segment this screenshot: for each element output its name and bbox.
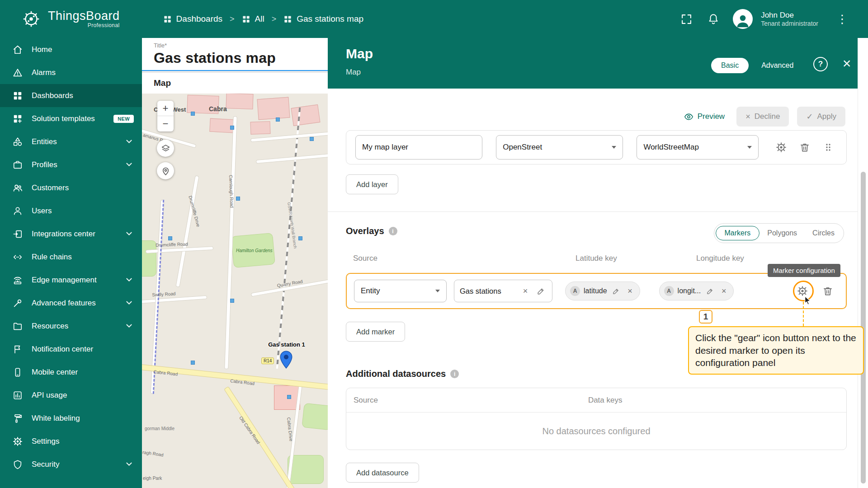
map-location-button[interactable] xyxy=(157,162,174,179)
map-label: Swilly Road xyxy=(152,291,176,297)
column-header-data-keys: Data keys xyxy=(588,396,623,405)
more-menu-button[interactable]: ⋮ xyxy=(836,12,848,26)
layer-provider-select[interactable]: OpenStreet xyxy=(496,135,623,160)
basic-mode-button[interactable]: Basic xyxy=(711,58,749,73)
title-field-label: Title* xyxy=(154,42,328,49)
breadcrumb-current[interactable]: Gas stations map xyxy=(283,14,363,24)
map-building xyxy=(257,97,290,120)
sidebar-item-profiles[interactable]: Profiles xyxy=(0,153,142,176)
source-type-select[interactable]: Entity xyxy=(354,280,447,302)
sidebar-item-label: Customers xyxy=(32,183,69,192)
dashboard-title-field[interactable]: Title* Gas stations map xyxy=(142,38,328,71)
preview-label: Preview xyxy=(698,112,725,121)
chevron-down-icon xyxy=(126,322,132,328)
thingsboard-logo-icon xyxy=(21,9,42,29)
settings-gear-icon xyxy=(13,436,23,446)
zoom-out-button[interactable]: − xyxy=(157,116,174,131)
preview-button[interactable]: Preview xyxy=(680,108,728,126)
add-datasource-button[interactable]: Add datasource xyxy=(346,463,419,483)
sidebar-item-settings[interactable]: Settings xyxy=(0,430,142,453)
sidebar-item-users[interactable]: Users xyxy=(0,199,142,222)
sidebar-item-integrations-center[interactable]: Integrations center xyxy=(0,222,142,245)
layer-name-input[interactable] xyxy=(355,135,482,160)
sidebar-item-alarms[interactable]: Alarms xyxy=(0,61,142,84)
add-layer-button[interactable]: Add layer xyxy=(346,174,398,194)
add-marker-button[interactable]: Add marker xyxy=(346,322,405,342)
breadcrumb-dashboards[interactable]: Dashboards xyxy=(163,14,222,24)
fullscreen-button[interactable] xyxy=(679,11,694,27)
map-widget: Map xyxy=(142,73,328,488)
pencil-icon xyxy=(706,287,714,295)
info-icon[interactable]: i xyxy=(450,370,459,378)
marker-delete-button[interactable] xyxy=(819,282,837,300)
sidebar-item-home[interactable]: Home xyxy=(0,38,142,61)
map-label: gorman Middle xyxy=(145,426,175,431)
sidebar-item-advanced-features[interactable]: Advanced features xyxy=(0,291,142,314)
info-icon[interactable]: i xyxy=(389,227,397,235)
latitude-key-chip[interactable]: A latitude × xyxy=(565,282,640,300)
notifications-button[interactable] xyxy=(706,11,721,27)
close-button[interactable]: × xyxy=(838,53,856,73)
sidebar-item-rule-chains[interactable]: Rule chains xyxy=(0,245,142,268)
user-name: John Doe xyxy=(761,10,818,20)
remove-entity-button[interactable]: × xyxy=(520,286,530,296)
sidebar-item-mobile-center[interactable]: Mobile center xyxy=(0,361,142,384)
sidebar-item-notification-center[interactable]: Notification center xyxy=(0,338,142,361)
decline-button[interactable]: × Decline xyxy=(736,107,789,127)
remove-longitude-key-button[interactable]: × xyxy=(719,286,729,296)
panel-body: Preview × Decline ✓ Apply OpenStreet Wor… xyxy=(328,89,858,488)
remove-latitude-key-button[interactable]: × xyxy=(625,286,635,296)
sidebar-item-label: API usage xyxy=(32,391,67,400)
layer-delete-button[interactable] xyxy=(796,138,814,156)
sidebar-item-entities[interactable]: Entities xyxy=(0,130,142,153)
sidebar-item-customers[interactable]: Customers xyxy=(0,176,142,199)
chevron-down-icon xyxy=(612,146,616,149)
sidebar-item-security[interactable]: Security xyxy=(0,453,142,476)
sidebar-item-edge-management[interactable]: Edge management xyxy=(0,268,142,291)
dashboard-group-icon xyxy=(242,15,250,23)
user-info: John Doe Tenant administrator xyxy=(761,10,818,28)
map-label: Hamilton Gardens xyxy=(236,248,273,253)
tab-markers[interactable]: Markers xyxy=(716,226,760,240)
tab-circles[interactable]: Circles xyxy=(805,226,842,240)
brand-logo[interactable]: ThingsBoard Professional xyxy=(21,9,120,29)
sidebar-item-label: Users xyxy=(32,206,52,216)
sidebar-item-resources[interactable]: Resources xyxy=(0,314,142,338)
marker-datasource-row: Entity Gas stations × A latitude × A xyxy=(346,273,847,309)
layer-type-select[interactable]: WorldStreetMap xyxy=(637,135,759,160)
sidebar-item-solution-templates[interactable]: Solution templates NEW xyxy=(0,107,142,130)
trash-icon xyxy=(799,142,810,153)
map-label: Cabra xyxy=(209,105,227,113)
entity-chip[interactable]: Gas stations × xyxy=(454,280,552,302)
drag-handle[interactable] xyxy=(819,138,837,156)
column-header-source: Source xyxy=(353,254,377,263)
apply-button[interactable]: ✓ Apply xyxy=(797,107,845,127)
map-marker-pin-icon[interactable] xyxy=(278,349,294,369)
help-button[interactable]: ? xyxy=(813,57,828,71)
column-header-latitude: Latitude key xyxy=(576,254,617,263)
chevron-down-icon xyxy=(126,160,132,166)
sidebar-item-dashboards[interactable]: Dashboards xyxy=(0,84,142,107)
breadcrumb-all[interactable]: All xyxy=(242,14,264,24)
map-layers-button[interactable] xyxy=(157,140,174,157)
advanced-mode-button[interactable]: Advanced xyxy=(751,58,803,73)
zoom-in-button[interactable]: + xyxy=(157,101,174,116)
edit-latitude-key-button[interactable] xyxy=(611,286,622,296)
panel-title: Map xyxy=(346,46,373,61)
sidebar-item-white-labeling[interactable]: White labeling xyxy=(0,407,142,430)
map-canvas[interactable]: Cabra West Cabra amanus Road Carnlough R… xyxy=(142,94,328,488)
sidebar-item-label: Notification center xyxy=(32,345,93,354)
scrollbar-track[interactable] xyxy=(858,38,868,488)
avatar[interactable] xyxy=(733,9,753,29)
sidebar-item-api-usage[interactable]: API usage xyxy=(0,384,142,407)
map-poi xyxy=(236,197,240,201)
sidebar-item-label: Advanced features xyxy=(32,299,96,308)
edit-entity-button[interactable] xyxy=(535,285,547,297)
apply-check-icon: ✓ xyxy=(806,113,813,121)
edit-longitude-key-button[interactable] xyxy=(704,286,715,296)
tab-polygons[interactable]: Polygons xyxy=(760,226,805,240)
templates-icon xyxy=(13,114,23,124)
topbar: ThingsBoard Professional Dashboards > Al… xyxy=(0,0,868,38)
longitude-key-chip[interactable]: A longit... × xyxy=(659,282,734,300)
layer-settings-button[interactable] xyxy=(772,138,790,156)
